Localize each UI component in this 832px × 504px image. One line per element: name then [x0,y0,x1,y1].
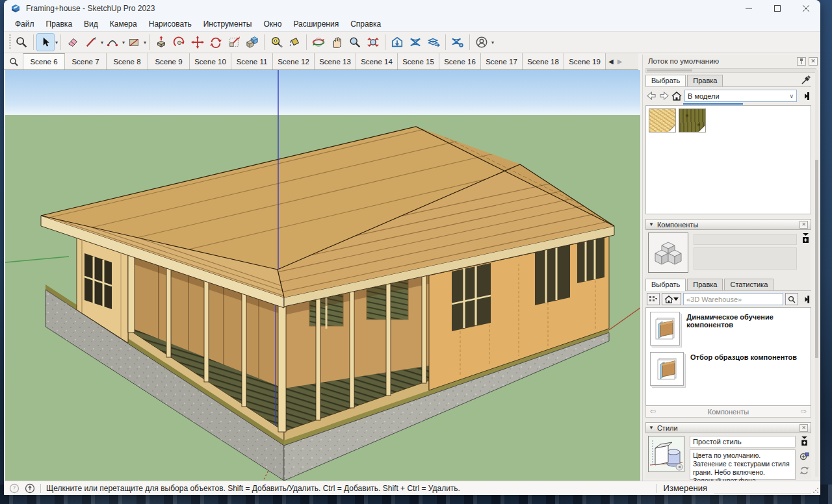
component-name-field[interactable] [694,234,797,245]
components-tab-statistics[interactable]: Статистика [724,279,774,290]
components-home-button[interactable] [662,293,681,305]
forward-arrow-icon[interactable] [659,92,669,100]
style-name-field[interactable]: Простой стиль [690,436,796,447]
zoom-extents-tool-button[interactable] [364,33,382,51]
menu-window[interactable]: Окно [257,18,287,31]
scene-tab-9[interactable]: Scene 9 [148,53,190,69]
components-search-input[interactable] [683,293,783,305]
home-icon[interactable] [671,92,682,101]
scene-tab-13[interactable]: Scene 13 [315,53,356,69]
geolocation-icon[interactable]: ? [9,483,20,494]
toolbar-grip[interactable] [9,34,11,50]
components-list[interactable]: Динамическое обучение компонентов Отбор … [645,307,811,406]
select-tool-button[interactable] [36,33,55,51]
line-tool-button[interactable] [82,33,100,51]
scene-tab-12[interactable]: Scene 12 [273,53,315,69]
tray-pin-icon[interactable] [797,57,806,66]
scene-tab-18[interactable]: Scene 18 [523,53,564,69]
select-pane-icon[interactable] [801,233,810,244]
scene-tab-16[interactable]: Scene 16 [439,53,481,69]
back-arrow-icon[interactable] [647,92,656,100]
components-tab-edit[interactable]: Правка [687,279,723,290]
components-close-icon[interactable]: ✕ [800,221,808,229]
style-select-pane-icon[interactable] [800,436,809,447]
update-style-icon[interactable] [800,451,809,461]
push-pull-tool-button[interactable] [152,33,170,51]
offset-tool-button[interactable] [170,33,188,51]
refresh-icon[interactable] [800,466,809,475]
menu-extensions[interactable]: Расширения [287,18,344,31]
3d-warehouse-button[interactable] [388,33,406,51]
styles-close-icon[interactable]: ✕ [800,424,808,432]
menu-camera[interactable]: Камера [104,18,143,31]
zoom-tool-button[interactable] [346,33,364,51]
move-tool-button[interactable] [188,33,207,51]
view-options-button[interactable] [647,293,660,305]
scene-tab-19[interactable]: Scene 19 [564,53,606,69]
paint-bucket-tool-button[interactable] [285,33,304,51]
component-list-item[interactable]: Динамическое обучение компонентов [650,312,807,346]
resize-grip[interactable] [812,487,819,494]
menu-draw[interactable]: Нарисовать [143,18,198,31]
pan-tool-button[interactable] [328,33,346,51]
scene-tab-7[interactable]: Scene 7 [65,53,107,69]
component-description-field[interactable] [694,247,797,270]
rectangle-tool-dropdown[interactable]: ▾ [144,40,146,45]
menu-tools[interactable]: Инструменты [198,18,258,31]
scene-tab-15[interactable]: Scene 15 [398,53,439,69]
collapse-triangle-icon[interactable]: ▼ [649,425,654,431]
sample-paint-eyedropper-icon[interactable] [801,75,811,85]
account-button[interactable] [473,33,491,51]
make-component-tool-button[interactable] [243,33,261,51]
arc-tool-button[interactable] [103,33,122,51]
minimize-button[interactable] [734,0,763,17]
components-next-icon[interactable]: ⇨ [797,407,811,416]
components-prev-icon[interactable]: ⇦ [646,407,660,416]
scene-tab-14[interactable]: Scene 14 [356,53,398,69]
menu-help[interactable]: Справка [344,18,387,31]
measurements-field[interactable] [714,483,811,494]
scene-tab-17[interactable]: Scene 17 [481,53,523,69]
material-swatch-osb[interactable] [649,108,676,132]
scene-tab-10[interactable]: Scene 10 [190,53,231,69]
tray-vertical-scrollbar[interactable] [815,70,818,477]
components-tab-select[interactable]: Выбрать [645,279,686,291]
extension-manager-button[interactable] [448,33,467,51]
viewport-3d[interactable] [5,70,640,481]
rectangle-tool-button[interactable] [125,33,143,51]
materials-list[interactable] [645,105,811,214]
components-secondary-pane-icon[interactable] [800,295,810,304]
components-search-button[interactable] [785,293,798,305]
scene-search-icon[interactable] [4,53,23,69]
material-swatch-dark-wood[interactable] [679,108,706,132]
menu-file[interactable]: Файл [9,18,40,31]
scene-tab-6[interactable]: Scene 6 [23,53,65,69]
maximize-button[interactable] [763,0,792,17]
component-list-item[interactable]: Отбор образцов компонентов [650,352,807,386]
credits-icon[interactable] [25,483,35,494]
select-tool-dropdown[interactable]: ▾ [55,40,58,45]
tape-measure-tool-button[interactable] [267,33,285,51]
share-model-button[interactable] [424,33,443,51]
extension-warehouse-button[interactable] [406,33,424,51]
account-dropdown[interactable]: ▾ [491,40,494,45]
materials-tab-edit[interactable]: Правка [687,75,723,86]
scene-tab-8[interactable]: Scene 8 [107,53,148,69]
material-collection-dropdown[interactable]: В модели ∨ [684,90,797,102]
search-tool-button[interactable] [12,33,31,51]
orbit-tool-button[interactable] [309,33,328,51]
scene-tab-11[interactable]: Scene 11 [231,53,273,69]
tray-horizontal-scrollbar[interactable] [645,68,816,73]
scene-scroll-left-icon[interactable]: ◀ [608,58,614,65]
close-button[interactable] [792,0,820,17]
rotate-tool-button[interactable] [207,33,225,51]
eraser-tool-button[interactable] [64,33,82,51]
secondary-pane-icon[interactable] [800,92,810,101]
scene-scroll-right-icon[interactable]: ▶ [618,58,623,65]
menu-edit[interactable]: Правка [40,18,79,31]
tray-close-icon[interactable]: ✕ [809,57,818,66]
menu-view[interactable]: Вид [78,18,104,31]
collapse-triangle-icon[interactable]: ▼ [649,221,654,227]
scale-tool-button[interactable] [225,33,243,51]
materials-tab-select[interactable]: Выбрать [645,75,686,87]
